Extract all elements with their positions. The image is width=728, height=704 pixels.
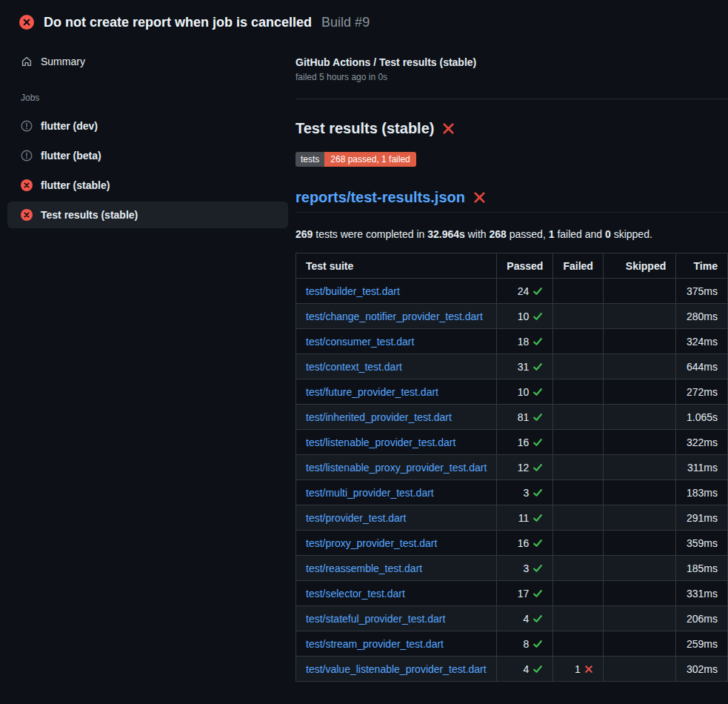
sidebar-item-flutter-dev[interactable]: flutter (dev) <box>7 113 288 139</box>
suite-link[interactable]: test/listenable_provider_test.dart <box>306 436 455 448</box>
check-icon <box>532 488 543 498</box>
sidebar-jobs: flutter (dev)flutter (beta)flutter (stab… <box>0 113 295 228</box>
passed-cell: 12 <box>497 455 553 480</box>
summary-segment: 32.964s <box>427 228 465 240</box>
suite-link[interactable]: test/inherited_provider_test.dart <box>306 411 452 423</box>
col-header-skipped: Skipped <box>603 253 675 279</box>
time-cell: 183ms <box>676 480 728 505</box>
report-file-link[interactable]: reports/test-results.json <box>295 190 465 205</box>
summary-segment: skipped. <box>611 228 652 240</box>
section-divider <box>295 99 728 99</box>
check-icon <box>532 387 543 397</box>
time-cell: 272ms <box>676 379 728 405</box>
results-table: Test suitePassedFailedSkippedTime test/b… <box>295 253 728 682</box>
time-cell: 291ms <box>676 505 728 531</box>
check-icon <box>532 362 543 372</box>
passed-cell-count: 10 <box>518 386 530 398</box>
skipped-cell <box>603 279 675 304</box>
suite-cell: test/consumer_test.dart <box>296 329 497 354</box>
failed-status-icon <box>21 209 33 221</box>
failed-cell-count: 1 <box>575 663 581 675</box>
table-head: Test suitePassedFailedSkippedTime <box>296 253 728 279</box>
sidebar-item-flutter-beta[interactable]: flutter (beta) <box>7 142 288 169</box>
skipped-cell <box>603 329 675 354</box>
table-row: test/multi_provider_test.dart3183ms <box>296 480 728 505</box>
skipped-cell <box>603 657 675 682</box>
time-cell: 322ms <box>676 430 728 455</box>
suite-link[interactable]: test/proxy_provider_test.dart <box>306 537 437 549</box>
passed-cell: 81 <box>497 405 553 430</box>
suite-cell: test/provider_test.dart <box>296 505 497 531</box>
check-icon <box>532 664 543 674</box>
passed-cell: 17 <box>497 581 553 606</box>
fail-x-icon <box>473 191 486 204</box>
check-run-page: Do not create report when job is cancell… <box>0 0 728 704</box>
job-label: flutter (dev) <box>41 120 98 132</box>
failed-cell <box>553 379 603 405</box>
suite-link[interactable]: test/value_listenable_provider_test.dart <box>306 663 487 675</box>
passed-cell: 18 <box>497 329 553 354</box>
check-icon <box>532 538 543 548</box>
suite-cell: test/context_test.dart <box>296 354 497 379</box>
suite-link[interactable]: test/builder_test.dart <box>306 285 400 297</box>
badge-value: 268 passed, 1 failed <box>324 152 415 167</box>
passed-cell: 16 <box>497 430 553 455</box>
suite-cell: test/stateful_provider_test.dart <box>296 606 497 631</box>
skipped-cell <box>603 354 675 379</box>
sidebar-summary-label: Summary <box>41 56 85 67</box>
failed-status-icon <box>19 15 34 30</box>
time-cell: 644ms <box>676 354 728 379</box>
summary-segment: 0 <box>605 228 611 240</box>
col-header-failed: Failed <box>553 253 603 279</box>
col-header-test-suite: Test suite <box>296 253 497 279</box>
suite-link[interactable]: test/context_test.dart <box>306 361 402 373</box>
failed-cell <box>553 480 603 505</box>
summary-segment: 1 <box>549 228 555 240</box>
x-icon <box>584 665 593 674</box>
passed-cell: 4 <box>497 606 553 631</box>
sidebar-item-test-results-stable[interactable]: Test results (stable) <box>7 202 288 228</box>
table-header-row: Test suitePassedFailedSkippedTime <box>296 253 728 279</box>
suite-link[interactable]: test/stateful_provider_test.dart <box>306 613 445 625</box>
passed-cell-count: 11 <box>518 512 530 524</box>
suite-link[interactable]: test/consumer_test.dart <box>306 336 414 348</box>
page-title: Do not create report when job is cancell… <box>44 15 312 30</box>
suite-cell: test/builder_test.dart <box>296 279 497 304</box>
passed-cell: 31 <box>497 354 553 379</box>
time-cell: 1.065s <box>676 405 728 430</box>
summary-segment: with <box>465 228 490 240</box>
skipped-cell <box>603 581 675 606</box>
skipped-cell <box>603 505 675 531</box>
suite-link[interactable]: test/selector_test.dart <box>306 588 405 600</box>
time-cell: 331ms <box>676 581 728 606</box>
suite-link[interactable]: test/future_provider_test.dart <box>306 386 438 398</box>
suite-cell: test/stream_provider_test.dart <box>296 631 497 657</box>
suite-link[interactable]: test/stream_provider_test.dart <box>306 638 444 650</box>
sidebar-item-summary[interactable]: Summary <box>0 53 295 70</box>
suite-cell: test/future_provider_test.dart <box>296 379 497 405</box>
suite-cell: test/proxy_provider_test.dart <box>296 531 497 556</box>
summary-segment: 269 <box>295 228 313 240</box>
failed-cell <box>553 354 603 379</box>
summary-segment: 268 <box>490 228 507 240</box>
failed-cell <box>553 556 603 581</box>
skipped-cell <box>603 379 675 405</box>
suite-link[interactable]: test/provider_test.dart <box>306 512 406 524</box>
suite-link[interactable]: test/listenable_proxy_provider_test.dart <box>306 462 487 474</box>
passed-cell-count: 16 <box>518 537 530 549</box>
suite-link[interactable]: test/change_notifier_provider_test.dart <box>306 311 483 322</box>
sidebar: Summary Jobs flutter (dev)flutter (beta)… <box>0 33 295 682</box>
passed-cell-count: 81 <box>518 411 530 423</box>
suite-link[interactable]: test/multi_provider_test.dart <box>306 487 434 499</box>
suite-link[interactable]: test/reassemble_test.dart <box>306 562 422 574</box>
sidebar-item-flutter-stable[interactable]: flutter (stable) <box>7 172 288 199</box>
page-header: Do not create report when job is cancell… <box>0 0 728 33</box>
check-icon <box>532 286 543 296</box>
passed-cell-count: 18 <box>518 336 530 348</box>
passed-cell-count: 17 <box>518 588 530 600</box>
report-file-heading[interactable]: reports/test-results.json <box>295 190 728 213</box>
build-number: Build #9 <box>321 15 370 30</box>
check-icon <box>532 563 543 574</box>
failed-cell <box>553 581 603 606</box>
suite-cell: test/listenable_proxy_provider_test.dart <box>296 455 497 480</box>
